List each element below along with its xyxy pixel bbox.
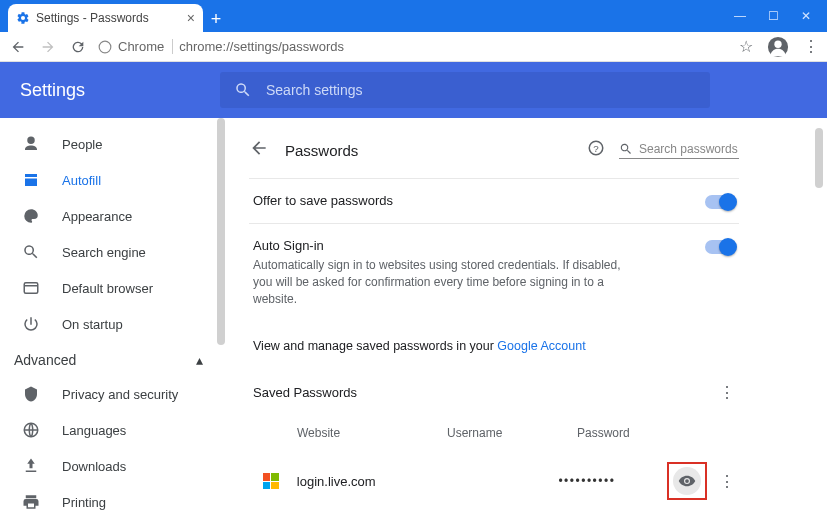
help-icon[interactable]: ? <box>587 139 605 161</box>
entry-password: •••••••••• <box>558 474 667 488</box>
omnibox-url: chrome://settings/passwords <box>179 39 344 54</box>
profile-avatar-icon[interactable] <box>767 36 789 58</box>
entry-menu-icon[interactable]: ⋮ <box>719 472 735 491</box>
auto-signin-toggle[interactable] <box>705 240 735 254</box>
never-saved-label: Never Saved <box>249 510 739 530</box>
sidebar-item-appearance[interactable]: Appearance <box>0 198 225 234</box>
sidebar-item-autofill[interactable]: Autofill <box>0 162 225 198</box>
tab-close-icon[interactable]: × <box>187 10 195 26</box>
forward-button[interactable] <box>38 37 58 57</box>
autofill-icon <box>22 171 40 189</box>
window-maximize-icon[interactable]: ☐ <box>768 9 779 23</box>
sidebar-label: Search engine <box>62 245 146 260</box>
google-account-link[interactable]: Google Account <box>497 339 585 353</box>
offer-save-row: Offer to save passwords <box>249 178 739 223</box>
password-search[interactable] <box>619 142 739 159</box>
search-icon <box>234 81 252 99</box>
svg-point-2 <box>774 40 781 47</box>
settings-search[interactable] <box>220 72 710 108</box>
sidebar-label: Default browser <box>62 281 153 296</box>
browser-tab[interactable]: Settings - Passwords × <box>8 4 203 32</box>
print-icon <box>22 493 40 511</box>
sidebar-label: Downloads <box>62 459 126 474</box>
svg-rect-3 <box>24 283 38 294</box>
sidebar-item-downloads[interactable]: Downloads <box>0 448 225 484</box>
offer-save-toggle[interactable] <box>705 195 735 209</box>
advanced-label: Advanced <box>14 352 76 368</box>
globe-icon <box>22 421 40 439</box>
sidebar-item-privacy[interactable]: Privacy and security <box>0 376 225 412</box>
search-icon <box>22 243 40 261</box>
highlight-annotation <box>667 462 707 500</box>
sidebar-item-people[interactable]: People <box>0 126 225 162</box>
manage-passwords-text: View and manage saved passwords in your … <box>249 321 739 377</box>
sidebar-item-accessibility[interactable]: Accessibility <box>0 520 225 530</box>
svg-text:?: ? <box>593 143 599 154</box>
settings-sidebar: People Autofill Appearance Search engine… <box>0 118 225 530</box>
chevron-up-icon: ▴ <box>196 352 203 368</box>
auto-signin-label: Auto Sign-in <box>253 238 633 253</box>
back-button[interactable] <box>8 37 28 57</box>
reload-button[interactable] <box>68 37 88 57</box>
search-icon <box>619 142 633 156</box>
window-titlebar: Settings - Passwords × + — ☐ ✕ <box>0 0 827 32</box>
auto-signin-desc: Automatically sign in to websites using … <box>253 257 633 307</box>
page-title: Passwords <box>285 142 358 159</box>
sidebar-label: Appearance <box>62 209 132 224</box>
sidebar-label: Privacy and security <box>62 387 178 402</box>
omnibox[interactable]: Chrome chrome://settings/passwords <box>98 39 729 54</box>
browser-icon <box>22 279 40 297</box>
download-icon <box>22 457 40 475</box>
col-username: Username <box>447 426 577 440</box>
eye-icon <box>678 472 696 490</box>
sidebar-label: Printing <box>62 495 106 510</box>
power-icon <box>22 315 40 333</box>
password-search-input[interactable] <box>639 142 739 156</box>
sidebar-label: People <box>62 137 102 152</box>
tab-title: Settings - Passwords <box>36 11 149 25</box>
saved-passwords-menu-icon[interactable]: ⋮ <box>719 383 735 402</box>
back-arrow-icon[interactable] <box>249 138 269 162</box>
table-header: Website Username Password <box>249 414 739 452</box>
saved-passwords-label: Saved Passwords <box>253 385 357 400</box>
password-entry: login.live.com •••••••••• ⋮ <box>249 452 739 510</box>
gear-icon <box>16 11 30 25</box>
settings-content: Passwords ? Offer to save passwords Au <box>225 118 827 530</box>
microsoft-favicon <box>263 473 279 489</box>
settings-title: Settings <box>20 80 220 101</box>
sidebar-item-languages[interactable]: Languages <box>0 412 225 448</box>
omnibox-chip: Chrome <box>118 39 173 54</box>
site-info-icon[interactable] <box>98 40 112 54</box>
sidebar-label: On startup <box>62 317 123 332</box>
offer-save-label: Offer to save passwords <box>253 193 393 208</box>
window-minimize-icon[interactable]: — <box>734 9 746 23</box>
sidebar-advanced-toggle[interactable]: Advanced ▴ <box>0 342 225 376</box>
auto-signin-row: Auto Sign-in Automatically sign in to we… <box>249 223 739 321</box>
palette-icon <box>22 207 40 225</box>
settings-header: Settings <box>0 62 827 118</box>
shield-icon <box>22 385 40 403</box>
address-bar: Chrome chrome://settings/passwords ☆ ⋮ <box>0 32 827 62</box>
sidebar-item-search-engine[interactable]: Search engine <box>0 234 225 270</box>
new-tab-button[interactable]: + <box>203 6 229 32</box>
window-close-icon[interactable]: ✕ <box>801 9 811 23</box>
svg-point-0 <box>99 41 111 53</box>
sidebar-label: Languages <box>62 423 126 438</box>
col-password: Password <box>577 426 677 440</box>
settings-search-input[interactable] <box>266 82 696 98</box>
sidebar-item-on-startup[interactable]: On startup <box>0 306 225 342</box>
sidebar-item-default-browser[interactable]: Default browser <box>0 270 225 306</box>
entry-website[interactable]: login.live.com <box>297 474 445 489</box>
content-scrollbar[interactable] <box>815 128 823 188</box>
sidebar-scrollbar[interactable] <box>217 118 225 345</box>
col-website: Website <box>297 426 447 440</box>
person-icon <box>22 135 40 153</box>
show-password-button[interactable] <box>673 467 701 495</box>
browser-menu-icon[interactable]: ⋮ <box>803 37 819 56</box>
sidebar-label: Autofill <box>62 173 101 188</box>
sidebar-item-printing[interactable]: Printing <box>0 484 225 520</box>
bookmark-icon[interactable]: ☆ <box>739 37 753 56</box>
